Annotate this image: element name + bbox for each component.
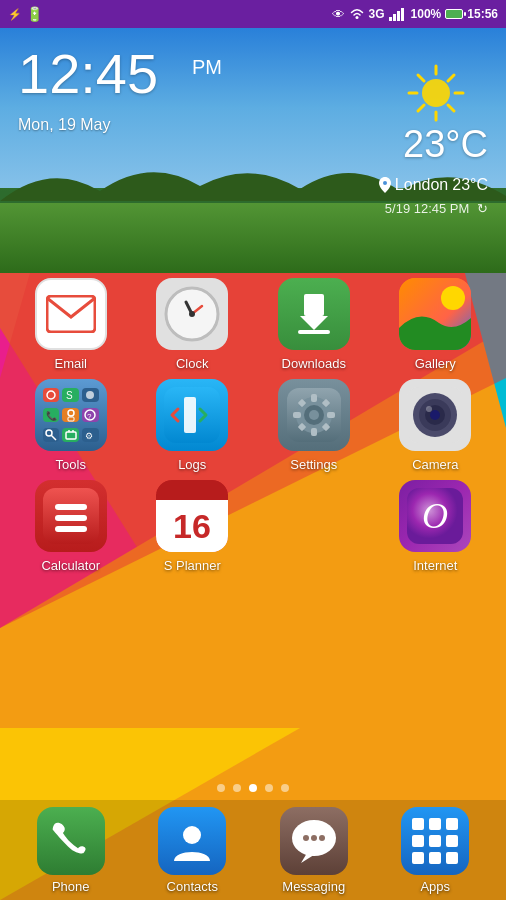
downloads-label: Downloads (282, 356, 346, 371)
splanner-label: S Planner (164, 558, 221, 573)
svg-point-33 (47, 391, 55, 399)
splanner-icon[interactable]: 16 (156, 480, 228, 552)
page-dot-4[interactable] (265, 784, 273, 792)
temp-display: 23°C (452, 176, 488, 194)
app-item-clock[interactable]: Clock (137, 278, 247, 371)
network-label: 3G (369, 7, 385, 21)
contacts-dock-icon[interactable] (158, 807, 226, 875)
main-screen: 12:45 PM Mon, 19 May 23°C (0, 28, 506, 900)
email-icon[interactable] (35, 278, 107, 350)
weather-sun (401, 58, 456, 113)
svg-point-0 (355, 16, 358, 19)
apps-dock-label: Apps (420, 879, 450, 894)
weather-updated-time: 5/19 12:45 PM ↻ (385, 201, 488, 216)
contacts-dock-label: Contacts (167, 879, 218, 894)
weather-ampm: PM (192, 56, 222, 79)
svg-point-22 (383, 181, 387, 185)
svg-text:📞: 📞 (46, 410, 58, 422)
app-item-settings[interactable]: Settings (259, 379, 369, 472)
battery-icon (445, 9, 463, 19)
svg-rect-1 (389, 17, 392, 21)
page-dot-5[interactable] (281, 784, 289, 792)
weather-time-display: 12:45 (18, 46, 158, 102)
internet-label: Internet (413, 558, 457, 573)
app-item-gallery[interactable]: Gallery (380, 278, 490, 371)
phone-dock-icon[interactable] (37, 807, 105, 875)
svg-line-21 (418, 105, 424, 111)
page-dot-2[interactable] (233, 784, 241, 792)
svg-rect-2 (393, 14, 396, 21)
weather-widget: 12:45 PM Mon, 19 May 23°C (0, 28, 506, 273)
calculator-icon[interactable] (35, 480, 107, 552)
gallery-label: Gallery (415, 356, 456, 371)
camera-label: Camera (412, 457, 458, 472)
app-item-downloads[interactable]: Downloads (259, 278, 369, 371)
svg-text:S: S (66, 390, 73, 401)
page-dot-3-active[interactable] (249, 784, 257, 792)
wifi-icon (349, 6, 365, 22)
status-right-icons: 👁 3G 100% 15:56 (332, 6, 498, 22)
app-item-camera[interactable]: Camera (380, 379, 490, 472)
messaging-dock-label: Messaging (282, 879, 345, 894)
app-item-splanner[interactable]: 16 S Planner (137, 480, 247, 573)
weather-temperature: 23°C (403, 123, 488, 166)
svg-line-20 (448, 75, 454, 81)
phone-dock-label: Phone (52, 879, 90, 894)
gallery-icon[interactable] (399, 278, 471, 350)
svg-point-35 (86, 391, 94, 399)
svg-rect-43 (66, 432, 76, 439)
svg-rect-30 (298, 330, 330, 334)
page-indicators (0, 784, 506, 792)
svg-text:?: ? (87, 412, 92, 421)
dock-item-contacts[interactable]: Contacts (137, 807, 247, 894)
internet-icon[interactable]: O (399, 480, 471, 552)
svg-point-81 (303, 835, 309, 841)
app-item-calculator[interactable]: Calculator (16, 480, 126, 573)
svg-point-64 (430, 410, 440, 420)
dock-item-apps[interactable]: Apps (380, 807, 490, 894)
dock-item-messaging[interactable]: Messaging (259, 807, 369, 894)
app-grid: Email Clock (0, 278, 506, 581)
clock-icon[interactable] (156, 278, 228, 350)
svg-point-51 (309, 410, 319, 420)
svg-line-19 (448, 105, 454, 111)
clock-time: 15:56 (467, 7, 498, 21)
svg-rect-52 (311, 394, 317, 402)
logs-icon[interactable] (156, 379, 228, 451)
svg-point-82 (311, 835, 317, 841)
app-item-internet[interactable]: O Internet (380, 480, 490, 573)
messaging-dock-icon[interactable] (280, 807, 348, 875)
svg-rect-23 (47, 296, 95, 332)
svg-text:⚙: ⚙ (85, 431, 93, 441)
svg-rect-68 (55, 515, 87, 521)
svg-point-65 (426, 406, 432, 412)
svg-rect-69 (55, 526, 87, 532)
svg-rect-54 (293, 412, 301, 418)
eye-icon: 👁 (332, 7, 345, 22)
app-item-logs[interactable]: Logs (137, 379, 247, 472)
app-item-tools[interactable]: S 📞 ? (16, 379, 126, 472)
svg-rect-28 (304, 294, 324, 316)
camera-icon[interactable] (399, 379, 471, 451)
dock-item-phone[interactable]: Phone (16, 807, 126, 894)
svg-line-18 (418, 75, 424, 81)
tools-icon[interactable]: S 📞 ? (35, 379, 107, 451)
battery-percent: 100% (411, 7, 442, 21)
svg-point-27 (189, 311, 195, 317)
battery-small-icon: 🔋 (26, 6, 43, 22)
app-item-email[interactable]: Email (16, 278, 126, 371)
svg-point-83 (319, 835, 325, 841)
downloads-icon[interactable] (278, 278, 350, 350)
svg-rect-67 (55, 504, 87, 510)
svg-text:16: 16 (173, 507, 211, 545)
app-row-2: S 📞 ? (10, 379, 496, 472)
location-icon (379, 177, 391, 193)
settings-icon[interactable] (278, 379, 350, 451)
apps-dock-icon[interactable] (401, 807, 469, 875)
svg-line-42 (51, 435, 56, 440)
clock-label: Clock (176, 356, 209, 371)
svg-point-13 (422, 79, 450, 107)
calculator-label: Calculator (41, 558, 100, 573)
page-dot-1[interactable] (217, 784, 225, 792)
svg-text:O: O (422, 496, 448, 536)
